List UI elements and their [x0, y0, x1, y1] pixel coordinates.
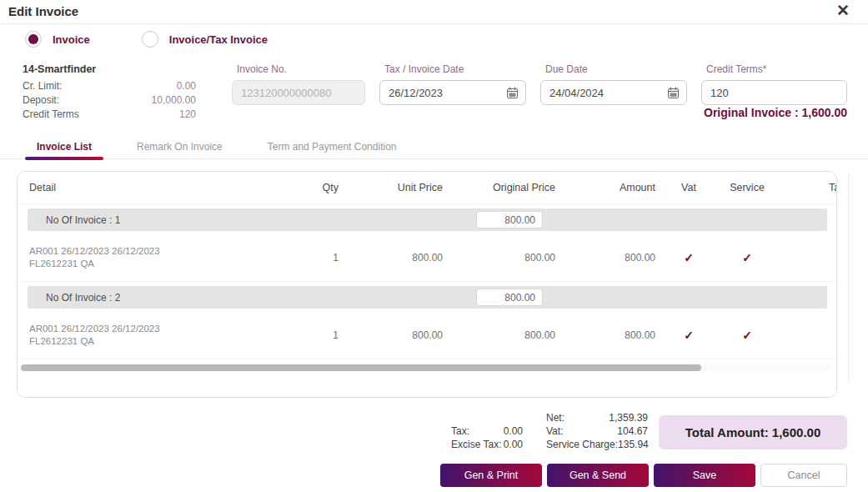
cell-detail: AR001 26/12/2023 26/12/2023 FL2612231 QA [18, 323, 301, 348]
summary-tax-block: Tax: 0.00 Excise Tax: 0.00 [451, 424, 523, 451]
col-qty: Qty [301, 182, 347, 193]
net-value: 1,359.39 [609, 411, 648, 424]
gen-print-button[interactable]: Gen & Print [440, 464, 542, 487]
horizontal-scrollbar[interactable] [21, 364, 831, 371]
col-detail: Detail [18, 182, 301, 193]
cell-qty: 1 [301, 329, 347, 341]
group-price-input[interactable] [476, 289, 543, 306]
gen-send-button[interactable]: Gen & Send [547, 464, 649, 487]
radio-unselected-icon [142, 31, 158, 48]
tax-value: 0.00 [504, 424, 523, 438]
service-check-icon: ✓ [714, 329, 780, 342]
invoice-no-label: Invoice No. [237, 63, 365, 75]
excise-tax-label: Excise Tax: [451, 438, 501, 451]
radio-invoice-tax-invoice-label: Invoice/Tax Invoice [169, 33, 268, 46]
close-icon[interactable]: ✕ [836, 2, 850, 20]
panel-edge-divider [848, 173, 849, 383]
summary-net-block: Net: 1,359.39 Vat: 104.67 Service Charge… [546, 411, 648, 451]
tax-invoice-date-field: Tax / Invoice Date [379, 63, 526, 105]
radio-selected-icon [25, 31, 42, 48]
cell-original-price: 800.00 [451, 329, 564, 341]
credit-terms-info-value: 120 [179, 108, 196, 122]
tax-invoice-date-input[interactable] [379, 80, 526, 105]
table-header-row: Detail Qty Unit Price Original Price Amo… [18, 172, 836, 204]
cell-amount: 800.00 [564, 329, 664, 341]
col-amount: Amount [564, 182, 664, 193]
service-charge-value: 135.94 [618, 438, 649, 451]
cr-limit-value: 0.00 [177, 79, 196, 93]
col-vat: Vat [664, 182, 714, 193]
footer-buttons: Gen & Print Gen & Send Save Cancel [440, 464, 847, 487]
deposit-label: Deposit: [23, 93, 59, 108]
vat-check-icon: ✓ [664, 251, 714, 264]
customer-row-cr-limit: Cr. Limit: 0.00 [23, 79, 196, 93]
cell-original-price: 800.00 [451, 252, 564, 264]
customer-name: 14-Smartfinder [23, 63, 196, 75]
calendar-icon[interactable] [667, 87, 680, 103]
invoice-no-input [232, 80, 365, 105]
due-date-input[interactable] [540, 80, 687, 105]
deposit-value: 10,000.00 [152, 93, 196, 108]
invoice-line-table: Detail Qty Unit Price Original Price Amo… [17, 171, 837, 398]
credit-terms-field: Credit Terms* [701, 63, 847, 105]
detail-line-1: AR001 26/12/2023 26/12/2023 [29, 245, 293, 258]
excise-tax-value: 0.00 [504, 438, 523, 451]
group-header-label: No Of Invoice : 2 [28, 292, 120, 304]
edit-invoice-modal: Edit Invoice ✕ Invoice Invoice/Tax Invoi… [0, 0, 868, 492]
cell-qty: 1 [301, 252, 347, 264]
page-title: Edit Invoice [8, 4, 78, 18]
tab-remark-on-invoice[interactable]: Remark On Invoice [125, 135, 234, 158]
total-amount-badge: Total Amount: 1,600.00 [659, 415, 847, 449]
scrollbar-thumb[interactable] [21, 364, 701, 371]
vat-value: 104.67 [617, 424, 648, 438]
vat-check-icon: ✓ [664, 329, 714, 342]
vat-label: Vat: [546, 424, 563, 438]
service-check-icon: ✓ [714, 251, 780, 264]
invoice-no-field: Invoice No. [232, 63, 365, 105]
due-date-field: Due Date [540, 63, 687, 105]
cell-unit-price: 800.00 [347, 252, 451, 264]
customer-row-deposit: Deposit: 10,000.00 [23, 93, 196, 108]
credit-terms-input[interactable] [701, 80, 847, 105]
table-row: AR001 26/12/2023 26/12/2023 FL2612231 QA… [18, 312, 836, 359]
cell-amount: 800.00 [564, 252, 664, 264]
radio-invoice[interactable]: Invoice [25, 31, 90, 48]
group-header-label: No Of Invoice : 1 [28, 214, 120, 226]
customer-info: 14-Smartfinder Cr. Limit: 0.00 Deposit: … [23, 63, 196, 122]
radio-invoice-tax-invoice[interactable]: Invoice/Tax Invoice [142, 31, 268, 48]
tax-invoice-date-label: Tax / Invoice Date [384, 63, 526, 75]
detail-line-2: FL2612231 QA [29, 258, 293, 270]
col-unit-price: Unit Price [347, 182, 451, 193]
detail-line-1: AR001 26/12/2023 26/12/2023 [29, 323, 293, 335]
detail-line-2: FL2612231 QA [29, 335, 293, 348]
original-invoice-amount: Original Invoice : 1,600.00 [704, 106, 847, 119]
customer-row-credit-terms: Credit Terms 120 [23, 108, 196, 122]
tax-label: Tax: [451, 424, 469, 438]
credit-terms-info-label: Credit Terms [23, 108, 79, 122]
cr-limit-label: Cr. Limit: [23, 79, 62, 93]
col-tax: Tax [780, 182, 837, 193]
tab-term-and-payment-condition[interactable]: Term and Payment Condition [256, 135, 409, 158]
group-price-input[interactable] [476, 211, 543, 228]
cell-detail: AR001 26/12/2023 26/12/2023 FL2612231 QA [18, 245, 301, 270]
group-header-row: No Of Invoice : 1 [28, 208, 827, 231]
credit-terms-label: Credit Terms* [706, 63, 847, 75]
col-original-price: Original Price [451, 182, 564, 193]
col-service: Service [714, 182, 780, 193]
net-label: Net: [546, 411, 564, 424]
group-header-row: No Of Invoice : 2 [28, 286, 827, 309]
cancel-button[interactable]: Cancel [760, 464, 847, 487]
due-date-label: Due Date [545, 63, 687, 75]
cell-unit-price: 800.00 [347, 329, 451, 341]
header-divider [0, 23, 868, 24]
tab-bar: Invoice List Remark On Invoice Term and … [0, 135, 868, 159]
radio-invoice-label: Invoice [53, 33, 90, 46]
table-row: AR001 26/12/2023 26/12/2023 FL2612231 QA… [18, 234, 836, 282]
invoice-type-radio-group: Invoice Invoice/Tax Invoice [25, 31, 268, 48]
service-charge-label: Service Charge: [546, 438, 618, 451]
tab-invoice-list[interactable]: Invoice List [25, 135, 103, 158]
calendar-icon[interactable] [506, 87, 519, 103]
save-button[interactable]: Save [654, 464, 755, 487]
